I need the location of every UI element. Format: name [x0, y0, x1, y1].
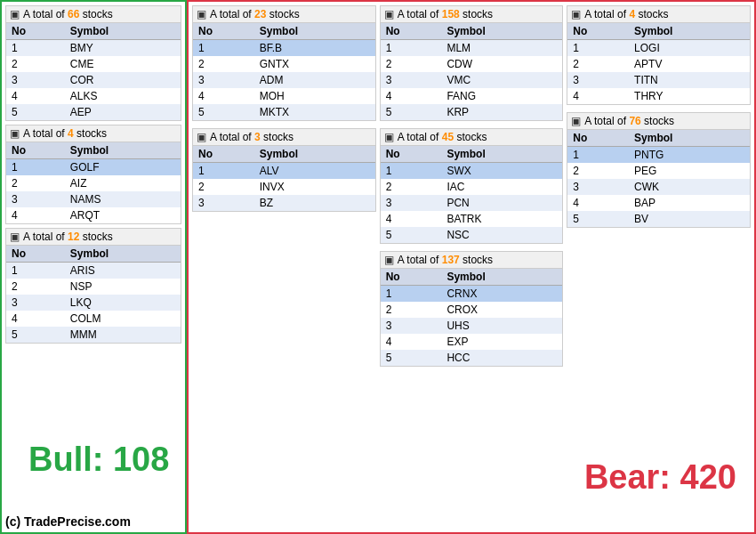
table-row: 2NSP [6, 279, 181, 295]
col-header: Symbol [254, 23, 375, 40]
table-icon: ▣ [10, 231, 20, 243]
table-row: 3LKQ [6, 295, 181, 311]
row-symbol: ARIS [65, 263, 181, 279]
table-row: 2PEG [567, 163, 750, 179]
row-no: 3 [6, 191, 65, 207]
col-header: No [381, 269, 442, 286]
data-table: NoSymbol1ALV2INVX3BZ [193, 146, 375, 211]
stock-table-table-3: ▣A total of 3 stocksNoSymbol1ALV2INVX3BZ [192, 128, 376, 212]
right-col-0: ▣A total of 23 stocksNoSymbol1BF.B2GNTX3… [192, 5, 376, 529]
table-row: 3COR [6, 72, 181, 88]
row-symbol: HCC [441, 350, 562, 366]
col-header: No [6, 246, 65, 263]
row-symbol: AIZ [65, 175, 181, 191]
stock-table-table-137: ▣A total of 137 stocksNoSymbol1CRNX2CROX… [380, 251, 564, 367]
table-row: 1BF.B [193, 40, 375, 57]
row-no: 3 [193, 195, 254, 211]
table-row: 1ARIS [6, 263, 181, 279]
row-no: 1 [6, 40, 65, 57]
row-no: 2 [193, 179, 254, 195]
table-header: ▣A total of 76 stocks [567, 113, 750, 130]
table-row: 1GOLF [6, 159, 181, 176]
right-col-1: ▣A total of 158 stocksNoSymbol1MLM2CDW3V… [380, 5, 564, 529]
table-row: 4BATRK [381, 211, 563, 227]
row-symbol: NSP [65, 279, 181, 295]
table-row: 2CDW [381, 56, 563, 72]
row-no: 1 [193, 163, 254, 180]
row-symbol: CME [65, 56, 181, 72]
row-no: 4 [567, 195, 629, 211]
stock-table-table-4a: ▣A total of 4 stocksNoSymbol1GOLF2AIZ3NA… [5, 125, 181, 224]
table-row: 3CWK [567, 179, 750, 195]
col-header: No [6, 142, 65, 159]
row-symbol: COLM [65, 311, 181, 327]
row-symbol: MKTX [254, 104, 375, 120]
row-no: 3 [567, 179, 629, 195]
row-symbol: EXP [441, 334, 562, 350]
col-header: Symbol [65, 246, 181, 263]
bear-label: Bear: 420 [584, 458, 736, 497]
row-symbol: BAP [629, 195, 750, 211]
table-row: 3VMC [381, 72, 563, 88]
table-header: ▣A total of 158 stocks [381, 6, 563, 23]
row-symbol: CROX [441, 302, 562, 318]
row-no: 1 [193, 40, 254, 57]
table-header: ▣A total of 4 stocks [567, 6, 750, 23]
col-header: No [381, 146, 442, 163]
row-symbol: BMY [65, 40, 181, 57]
row-symbol: FANG [441, 88, 562, 104]
row-symbol: BF.B [254, 40, 375, 57]
row-symbol: VMC [441, 72, 562, 88]
row-symbol: PCN [441, 195, 562, 211]
col-header: No [381, 23, 442, 40]
table-icon: ▣ [384, 254, 394, 266]
table-row: 3UHS [381, 318, 563, 334]
table-row: 3BZ [193, 195, 375, 211]
row-symbol: THRY [629, 88, 750, 104]
data-table: NoSymbol1BF.B2GNTX3ADM4MOH5MKTX [193, 23, 375, 120]
bull-label: Bull: 108 [28, 441, 169, 479]
table-row: 4MOH [193, 88, 375, 104]
row-symbol: GOLF [65, 159, 181, 176]
stock-table-table-158: ▣A total of 158 stocksNoSymbol1MLM2CDW3V… [380, 5, 564, 121]
table-row: 4THRY [567, 88, 750, 104]
table-row: 1SWX [381, 163, 563, 180]
data-table: NoSymbol1MLM2CDW3VMC4FANG5KRP [381, 23, 563, 120]
row-symbol: GNTX [254, 56, 375, 72]
table-row: 2INVX [193, 179, 375, 195]
row-no: 5 [193, 104, 254, 120]
stock-table-table-23: ▣A total of 23 stocksNoSymbol1BF.B2GNTX3… [192, 5, 376, 121]
table-icon: ▣ [571, 8, 581, 20]
row-no: 4 [381, 88, 442, 104]
data-table: NoSymbol1BMY2CME3COR4ALKS5AEP [6, 23, 181, 120]
table-row: 5AEP [6, 104, 181, 120]
row-no: 5 [381, 227, 442, 243]
table-header: ▣A total of 45 stocks [381, 129, 563, 146]
table-icon: ▣ [10, 8, 20, 20]
table-row: 4FANG [381, 88, 563, 104]
table-row: 5NSC [381, 227, 563, 243]
data-table: NoSymbol1PNTG2PEG3CWK4BAP5BV [567, 130, 750, 227]
col-header: Symbol [65, 142, 181, 159]
right-col-2: ▣A total of 4 stocksNoSymbol1LOGI2APTV3T… [567, 5, 751, 529]
table-row: 5BV [567, 211, 750, 227]
row-symbol: PEG [629, 163, 750, 179]
row-no: 2 [567, 163, 629, 179]
col-header: Symbol [441, 146, 562, 163]
row-symbol: CRNX [441, 286, 562, 303]
row-symbol: ALV [254, 163, 375, 180]
row-no: 4 [381, 334, 442, 350]
row-no: 1 [6, 263, 65, 279]
data-table: NoSymbol1ARIS2NSP3LKQ4COLM5MMM [6, 246, 181, 343]
table-header: ▣A total of 23 stocks [193, 6, 375, 23]
table-header: ▣A total of 4 stocks [6, 125, 181, 142]
col-header: Symbol [629, 130, 750, 147]
row-symbol: KRP [441, 104, 562, 120]
row-symbol: LOGI [629, 40, 750, 57]
row-no: 1 [381, 40, 442, 57]
row-no: 5 [381, 350, 442, 366]
row-no: 2 [193, 56, 254, 72]
row-symbol: LKQ [65, 295, 181, 311]
row-no: 1 [567, 147, 629, 164]
table-icon: ▣ [10, 127, 20, 140]
